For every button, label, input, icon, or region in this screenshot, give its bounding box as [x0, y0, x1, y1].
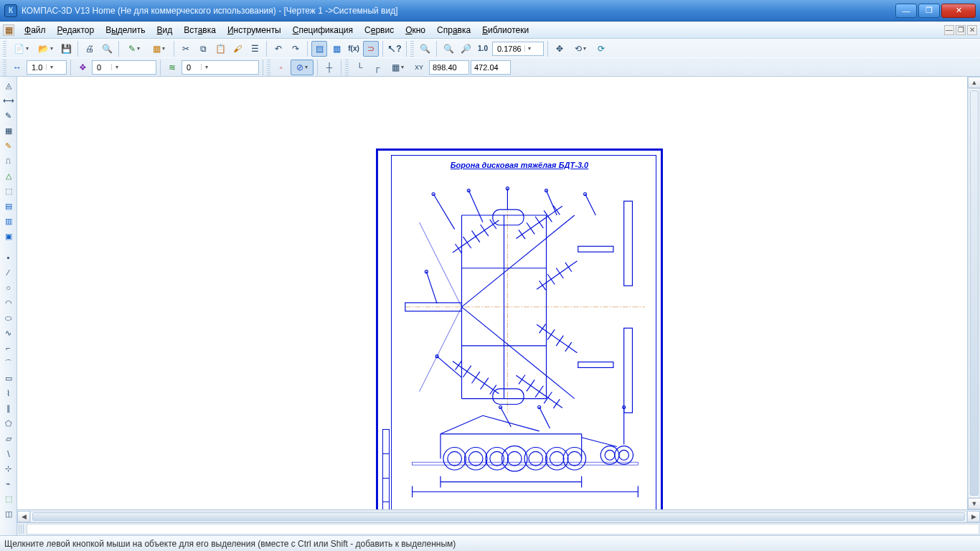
menu-selection[interactable]: Выделить — [100, 23, 151, 37]
menu-tools[interactable]: Инструменты — [222, 23, 287, 37]
mdi-restore-button[interactable]: ❐ — [956, 25, 966, 35]
copy-button[interactable]: ⧉ — [195, 41, 211, 57]
coord-step-button[interactable]: ┌ — [369, 60, 385, 75]
zoom-out-button[interactable]: 🔎 — [458, 41, 473, 57]
menu-service[interactable]: Сервис — [359, 23, 400, 37]
undo-button[interactable]: ↶ — [270, 41, 286, 57]
manager-button[interactable]: ▤ — [311, 41, 327, 57]
properties-button[interactable]: ▦ — [147, 41, 170, 57]
scale-combo[interactable]: 1.0▾ — [27, 60, 67, 75]
minimize-button[interactable]: — — [895, 4, 917, 18]
fillet-tool[interactable]: ⌒ — [1, 356, 16, 370]
point-tool[interactable]: • — [1, 250, 16, 265]
coord-origin-button[interactable]: └ — [352, 60, 367, 75]
drawing-canvas[interactable]: Борона дисковая тяжёлая БДТ-3.0 КР01.00.… — [17, 77, 967, 509]
menu-help[interactable]: Справка — [431, 23, 476, 37]
help-cursor-button[interactable]: ⭦? — [387, 41, 402, 57]
aux-tool[interactable]: ∖ — [1, 446, 16, 461]
variables-button[interactable]: ▦ — [329, 41, 344, 57]
cut-button[interactable]: ✂ — [178, 41, 194, 57]
region-tool[interactable]: ▱ — [1, 431, 16, 446]
edit-tool[interactable]: ✎ — [1, 138, 16, 153]
properties-panel-button[interactable]: ☰ — [247, 41, 263, 57]
select-tool[interactable]: ⬚ — [1, 184, 16, 198]
scroll-left-button[interactable]: ◀ — [17, 511, 30, 522]
magnet-button[interactable]: ⊃ — [363, 41, 379, 57]
redo-button[interactable]: ↷ — [288, 41, 303, 57]
param-tool[interactable]: ⎍ — [1, 154, 16, 168]
toolbar-state: ↔ 1.0▾ ❖ 0▾ ≋ 0▾ ◦ ⊘ ┼ └ ┌ ▦ XY 898.40 4… — [0, 57, 980, 76]
menu-libs[interactable]: Библиотеки — [476, 23, 534, 37]
scroll-down-button[interactable]: ▼ — [968, 498, 980, 509]
contour-tool[interactable]: ⬚ — [1, 491, 16, 506]
scroll-up-button[interactable]: ▲ — [968, 77, 980, 88]
hatch-tool[interactable]: ▦ — [1, 123, 16, 138]
panel-grip[interactable] — [19, 524, 24, 534]
print-preview-button[interactable]: 🔍 — [99, 41, 115, 57]
toolbar-grip[interactable] — [3, 41, 6, 57]
save-button[interactable]: 💾 — [58, 41, 74, 57]
menu-view[interactable]: Вид — [151, 23, 179, 37]
attributes-button[interactable]: ✎ — [123, 41, 146, 57]
toolbar-grip[interactable] — [345, 60, 349, 75]
menu-file[interactable]: Файл — [19, 23, 52, 37]
style-combo[interactable]: 0▾ — [182, 60, 259, 75]
mdi-minimize-button[interactable]: — — [944, 25, 954, 35]
chamfer-tool[interactable]: ⌐ — [1, 341, 16, 355]
maximize-button[interactable]: ❐ — [918, 4, 940, 18]
pan-button[interactable]: ✥ — [552, 41, 567, 57]
coord-x[interactable]: 898.40 — [429, 60, 469, 75]
snap-button[interactable]: ⊘ — [291, 60, 314, 75]
menu-editor[interactable]: Редактор — [52, 23, 100, 37]
spec-tool[interactable]: ▤ — [1, 199, 16, 213]
axis-tool[interactable]: ⊹ — [1, 461, 16, 476]
dimension-tool[interactable]: ⟷ — [1, 93, 16, 108]
stop-button[interactable]: ◦ — [273, 60, 289, 75]
close-button[interactable]: ✕ — [941, 4, 976, 18]
fx-button[interactable]: f(x) — [346, 41, 362, 57]
ortho-button[interactable]: ┼ — [321, 60, 337, 75]
text-tool[interactable]: ✎ — [1, 108, 16, 123]
layer-combo[interactable]: 0▾ — [92, 60, 156, 75]
menu-insert[interactable]: Вставка — [178, 23, 222, 37]
insert-tool[interactable]: ▣ — [1, 229, 16, 243]
refresh-button[interactable]: ⟳ — [593, 41, 609, 57]
measure-tool[interactable]: △ — [1, 169, 16, 183]
zoom-prev-button[interactable]: ⟲ — [569, 41, 592, 57]
toolbar-grip[interactable] — [410, 41, 414, 57]
rect-tool[interactable]: ▭ — [1, 371, 16, 385]
toolbar-grip[interactable] — [3, 60, 6, 75]
scroll-right-button[interactable]: ▶ — [967, 511, 980, 522]
break-tool[interactable]: ⌁ — [1, 476, 16, 491]
menu-spec[interactable]: Спецификация — [287, 23, 359, 37]
zoom-in-button[interactable]: 🔍 — [440, 41, 456, 57]
zoom-combo[interactable]: 0.1786 ▾ — [492, 42, 544, 56]
geometry-tool[interactable]: ◬ — [1, 78, 16, 93]
ngon-tool[interactable]: ⬠ — [1, 416, 16, 430]
print-button[interactable]: 🖨 — [82, 41, 98, 57]
zoom-scale-button[interactable]: 1.0 — [475, 41, 491, 57]
coord-y[interactable]: 472.04 — [471, 60, 511, 75]
horizontal-scrollbar[interactable]: ◀ ▶ — [17, 509, 980, 522]
ellipse-tool[interactable]: ⬭ — [1, 311, 16, 325]
toolbar-grip[interactable] — [267, 60, 270, 75]
polyline-tool[interactable]: ⌇ — [1, 386, 16, 400]
format-paint-button[interactable]: 🖌 — [230, 41, 245, 57]
new-button[interactable]: 📄 — [9, 41, 32, 57]
bottom-panel[interactable] — [17, 522, 980, 535]
line-tool[interactable]: ∕ — [1, 265, 16, 280]
spline-tool[interactable]: ∿ — [1, 326, 16, 340]
reports-tool[interactable]: ▥ — [1, 214, 16, 228]
circle-tool[interactable]: ○ — [1, 281, 16, 295]
paste-button[interactable]: 📋 — [212, 41, 228, 57]
equidist-tool[interactable]: ◫ — [1, 507, 16, 521]
grid-button[interactable]: ▦ — [386, 60, 409, 75]
offset-tool[interactable]: ∥ — [1, 401, 16, 415]
vertical-scrollbar[interactable]: ▲ ▼ — [967, 77, 980, 509]
mdi-close-button[interactable]: ✕ — [967, 25, 977, 35]
arc-tool[interactable]: ◠ — [1, 296, 16, 310]
zoom-window-button[interactable]: 🔍 — [417, 41, 433, 57]
document-icon[interactable]: ▦ — [3, 24, 14, 36]
menu-window[interactable]: Окно — [400, 23, 431, 37]
open-button[interactable]: 📂 — [34, 41, 57, 57]
